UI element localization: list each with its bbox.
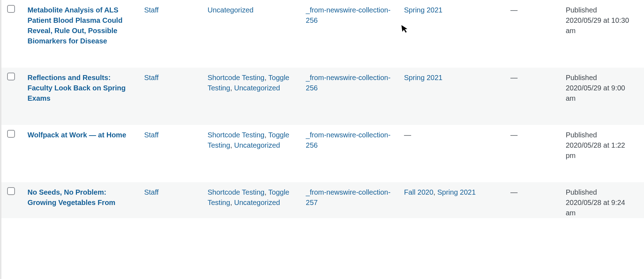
table-row: Reflections and Results: Faculty Look Ba… xyxy=(1,68,644,125)
comments-count: — xyxy=(510,6,518,14)
comments-count: — xyxy=(510,131,518,139)
row-checkbox[interactable] xyxy=(7,73,15,80)
comments-count: — xyxy=(510,188,518,196)
issue-link[interactable]: Fall 2020 xyxy=(404,188,433,196)
author-link[interactable]: Staff xyxy=(144,188,159,196)
row-checkbox[interactable] xyxy=(7,130,15,138)
table-row: Wolfpack at Work — at HomeStaffShortcode… xyxy=(1,125,644,182)
author-link[interactable]: Staff xyxy=(144,6,159,14)
author-link[interactable]: Staff xyxy=(144,131,159,139)
table-row: Metabolite Analysis of ALS Patient Blood… xyxy=(1,0,644,68)
post-title-link[interactable]: No Seeds, No Problem: Growing Vegetables… xyxy=(27,188,115,206)
publish-status: Published xyxy=(566,5,637,15)
tag-link[interactable]: _from-newswire-collection-256 xyxy=(306,6,391,24)
category-link[interactable]: Shortcode Testing xyxy=(208,131,265,139)
issue-empty: — xyxy=(404,131,411,139)
category-link[interactable]: Uncategorized xyxy=(234,141,280,149)
category-link[interactable]: Uncategorized xyxy=(234,199,280,206)
category-link[interactable]: Uncategorized xyxy=(234,84,280,92)
tag-link[interactable]: _from-newswire-collection-256 xyxy=(306,131,391,149)
publish-date: 2020/05/28 at 1:22 pm xyxy=(566,140,637,161)
row-checkbox[interactable] xyxy=(7,187,15,195)
issue-link[interactable]: Spring 2021 xyxy=(404,6,442,14)
post-title-link[interactable]: Reflections and Results: Faculty Look Ba… xyxy=(27,74,126,102)
issue-link[interactable]: Spring 2021 xyxy=(404,74,442,81)
publish-date: 2020/05/28 at 9:24 am xyxy=(566,198,637,218)
post-title-link[interactable]: Wolfpack at Work — at Home xyxy=(27,131,126,139)
table-row: No Seeds, No Problem: Growing Vegetables… xyxy=(1,182,644,218)
comments-count: — xyxy=(510,74,518,81)
publish-date: 2020/05/29 at 10:30 am xyxy=(566,15,637,36)
publish-status: Published xyxy=(566,73,637,83)
tag-link[interactable]: _from-newswire-collection-256 xyxy=(306,74,391,92)
issue-link[interactable]: Spring 2021 xyxy=(437,188,476,196)
posts-table: Metabolite Analysis of ALS Patient Blood… xyxy=(1,0,644,218)
category-link[interactable]: Shortcode Testing xyxy=(208,188,265,196)
post-title-link[interactable]: Metabolite Analysis of ALS Patient Blood… xyxy=(27,6,123,45)
publish-date: 2020/05/29 at 9:00 am xyxy=(566,83,637,104)
publish-status: Published xyxy=(566,187,637,198)
row-checkbox[interactable] xyxy=(7,5,15,13)
author-link[interactable]: Staff xyxy=(144,74,159,81)
publish-status: Published xyxy=(566,130,637,140)
category-link[interactable]: Shortcode Testing xyxy=(208,74,265,81)
tag-link[interactable]: _from-newswire-collection-257 xyxy=(306,188,391,206)
category-link[interactable]: Uncategorized xyxy=(208,6,254,14)
